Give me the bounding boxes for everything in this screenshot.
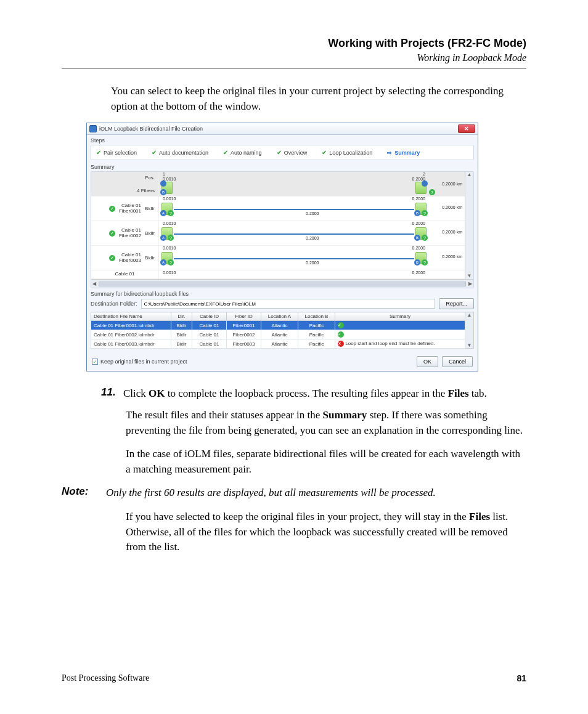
- close-button[interactable]: ✕: [458, 124, 475, 133]
- table-row[interactable]: Cable 01 Fiber0003.iolmbdr Bidir Cable 0…: [91, 339, 465, 349]
- fiber-link: [174, 233, 414, 235]
- status-ok-icon: ?: [168, 235, 174, 241]
- fiber-row-label: ✓ Cable 01 Fiber0003 Bidir: [91, 246, 158, 270]
- endpoint-b-icon: B: [414, 259, 420, 266]
- col-loca[interactable]: Location A: [261, 312, 298, 321]
- status-ok-icon: ✓: [109, 255, 115, 261]
- step-auto-naming[interactable]: ✔Auto naming: [223, 149, 262, 156]
- intro-paragraph: You can select to keep the original file…: [111, 84, 526, 114]
- window-titlebar: iOLM Loopback Bidirectional File Creatio…: [87, 123, 478, 135]
- step-paragraph: The result files and their statuses appe…: [126, 408, 526, 438]
- steps-breadcrumb: ✔Pair selection ✔Auto documentation ✔Aut…: [91, 145, 474, 160]
- table-vertical-scrollbar[interactable]: ▲ ▼: [465, 312, 474, 349]
- step-body: Click OK to complete the loopback proces…: [123, 386, 487, 402]
- summary-group-label: Summary: [91, 164, 474, 170]
- status-error-icon: ✕: [338, 341, 344, 347]
- pos-label: Pos.: [145, 175, 155, 181]
- col-locb[interactable]: Location B: [298, 312, 335, 321]
- summary-left-column: Pos. 4 Fibers ✓ Cable 01 Fiber0001 Bidir…: [91, 172, 159, 279]
- footer-product: Post Processing Software: [62, 673, 149, 683]
- section-title: Working in Loopback Mode: [62, 52, 526, 63]
- status-ok-icon: ✓: [338, 331, 344, 338]
- fiber-link: [174, 258, 414, 259]
- status-ok-icon: ?: [168, 210, 174, 216]
- scrollbar-thumb[interactable]: [99, 282, 466, 286]
- status-ok-icon: ?: [422, 210, 428, 216]
- keep-original-label: Keep original files in current project: [100, 359, 187, 365]
- endpoint-s-icon: [422, 181, 428, 187]
- fiber-row-label: ✓ Cable 01 Fiber0001 Bidir: [91, 197, 158, 221]
- dialog-window: iOLM Loopback Bidirectional File Creatio…: [86, 123, 478, 371]
- scroll-up-icon[interactable]: ▲: [467, 312, 472, 318]
- keep-original-checkbox[interactable]: ✓: [92, 359, 98, 365]
- note-label: Note:: [62, 485, 106, 501]
- destination-folder-label: Destination Folder:: [91, 301, 137, 307]
- report-button[interactable]: Report...: [439, 298, 474, 309]
- status-ok-icon: ✓: [109, 230, 115, 237]
- fiber-row-label-partial: Cable 01: [91, 270, 158, 279]
- step-summary[interactable]: ⇨Summary: [387, 150, 420, 156]
- app-icon: [89, 125, 97, 132]
- endpoint-a-icon: A: [160, 210, 166, 216]
- check-icon: ✔: [152, 149, 157, 156]
- scroll-left-icon[interactable]: ◀: [92, 281, 96, 286]
- step-number: 11.: [101, 386, 123, 402]
- check-icon: ✔: [277, 149, 282, 156]
- endpoint-a-icon: A: [160, 259, 166, 266]
- step-overview[interactable]: ✔Overview: [277, 149, 308, 156]
- fiber-link: [174, 209, 414, 210]
- status-ok-icon: ✓: [109, 206, 115, 212]
- summary-diagram: 1 2 0.0010 0.2000 ? B 0.2000 km: [159, 172, 465, 279]
- destination-folder-input[interactable]: [141, 299, 436, 309]
- col-filename[interactable]: Destination File Name: [91, 312, 171, 321]
- scroll-up-icon[interactable]: ▲: [467, 172, 472, 178]
- endpoint-b-icon: B: [414, 235, 420, 241]
- arrow-icon: ⇨: [387, 150, 392, 156]
- fibers-count: 4 Fibers: [137, 188, 155, 193]
- check-icon: ✔: [223, 149, 228, 156]
- chapter-title: Working with Projects (FR2-FC Mode): [62, 37, 526, 50]
- status-ok-icon: ?: [422, 235, 428, 241]
- window-title: iOLM Loopback Bidirectional File Creatio…: [99, 126, 203, 132]
- note-body: Only the first 60 results are displayed,…: [106, 485, 436, 501]
- sub-summary-label: Summary for bidirectional loopback files: [91, 291, 474, 297]
- ok-button[interactable]: OK: [417, 356, 438, 367]
- check-icon: ✔: [96, 149, 101, 156]
- steps-group-label: Steps: [91, 137, 474, 144]
- table-row[interactable]: Cable 01 Fiber0001.iolmbdr Bidir Cable 0…: [91, 321, 465, 330]
- cancel-button[interactable]: Cancel: [442, 356, 473, 367]
- step-loop-localization[interactable]: ✔Loop Localization: [322, 149, 372, 156]
- check-icon: ✔: [322, 149, 327, 156]
- col-dir[interactable]: Dir.: [171, 312, 192, 321]
- fiber-row-label: ✓ Cable 01 Fiber0002 Bidir: [91, 221, 158, 246]
- step-paragraph: In the case of iOLM files, separate bidi…: [126, 447, 526, 477]
- col-fiber[interactable]: Fiber ID: [227, 312, 261, 321]
- page-number: 81: [517, 673, 526, 683]
- status-ok-icon: ?: [168, 259, 174, 266]
- table-row[interactable]: Cable 01 Fiber0002.iolmbdr Bidir Cable 0…: [91, 330, 465, 339]
- col-cable[interactable]: Cable ID: [192, 312, 227, 321]
- step-auto-documentation[interactable]: ✔Auto documentation: [152, 149, 208, 156]
- scroll-down-icon[interactable]: ▼: [467, 273, 472, 279]
- status-ok-icon: ?: [429, 189, 435, 195]
- endpoint-b-icon: B: [160, 189, 166, 195]
- vertical-scrollbar[interactable]: ▲ ▼: [465, 172, 473, 279]
- summary-panel: Pos. 4 Fibers ✓ Cable 01 Fiber0001 Bidir…: [91, 171, 474, 288]
- files-table: Destination File Name Dir. Cable ID Fibe…: [91, 312, 465, 349]
- step-pair-selection[interactable]: ✔Pair selection: [96, 149, 137, 156]
- header-rule: [62, 68, 526, 69]
- endpoint-b-icon: B: [414, 210, 420, 216]
- body-paragraph: If you have selected to keep the origina…: [126, 509, 526, 555]
- status-ok-icon: ✓: [338, 322, 344, 328]
- scroll-right-icon[interactable]: ▶: [468, 281, 472, 286]
- col-summary[interactable]: Summary: [335, 312, 465, 321]
- horizontal-scrollbar[interactable]: ◀ ▶: [91, 279, 473, 288]
- status-ok-icon: ?: [422, 259, 428, 266]
- scroll-down-icon[interactable]: ▼: [467, 343, 472, 348]
- endpoint-a-icon: A: [160, 235, 166, 241]
